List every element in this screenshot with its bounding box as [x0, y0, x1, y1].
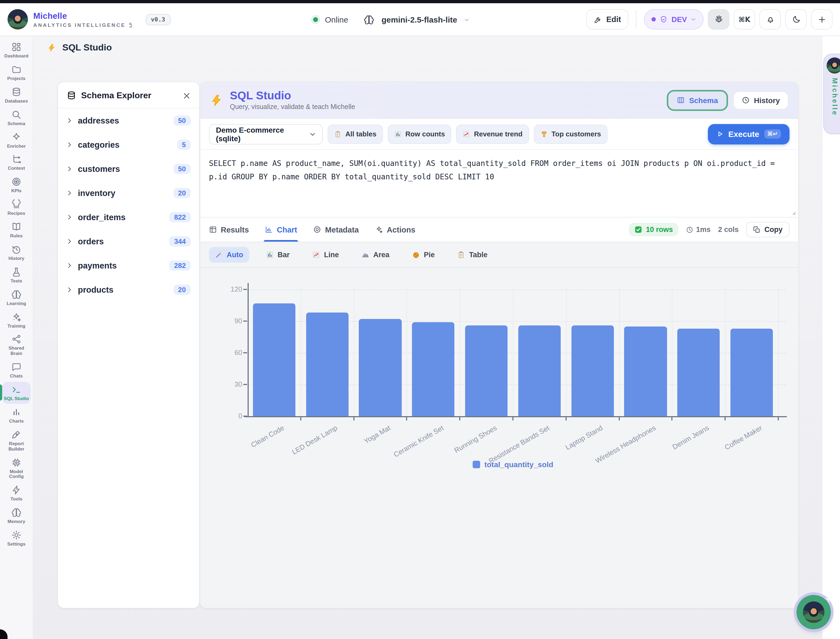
tab-chart[interactable]: Chart: [265, 218, 297, 242]
assistant-fab[interactable]: [797, 595, 831, 629]
sidebar-item-dashboard[interactable]: Dashboard: [2, 39, 30, 61]
history-button[interactable]: History: [733, 91, 788, 109]
quick-query-all-tables[interactable]: All tables: [328, 124, 383, 144]
schema-toggle-button[interactable]: Schema: [668, 91, 726, 109]
x-axis-tick: [566, 417, 566, 420]
sidebar-item-label: Settings: [7, 542, 25, 547]
chart-type-pie[interactable]: Pie: [406, 247, 441, 262]
command-palette-button[interactable]: ⌘K: [733, 9, 755, 30]
x-axis-tick: [406, 417, 407, 420]
avatar: [827, 57, 840, 73]
sidebar-item-learning[interactable]: Learning: [2, 286, 30, 308]
table-row-products[interactable]: products20: [58, 278, 199, 302]
chart-icon: [265, 226, 273, 234]
chart-type-table[interactable]: Table: [452, 247, 493, 262]
quick-query-revenue-trend[interactable]: Revenue trend: [456, 124, 529, 144]
table-row-customers[interactable]: customers50: [58, 157, 199, 181]
tab-label: Actions: [387, 225, 415, 234]
chart-type-bar[interactable]: Bar: [260, 247, 296, 262]
x-axis-tick: [512, 417, 514, 420]
query-time: 1ms: [686, 226, 711, 234]
chart-type-label: Auto: [227, 251, 243, 259]
sidebar-item-kpis[interactable]: KPIs: [2, 174, 30, 196]
debug-button[interactable]: [708, 9, 729, 30]
trend-icon: [312, 251, 320, 259]
sidebar-item-memory[interactable]: Memory: [2, 505, 30, 527]
sparkle-icon: [11, 132, 21, 142]
chart-legend[interactable]: total_quantity_sold: [248, 460, 778, 469]
app-title: Michelle: [33, 11, 134, 21]
sidebar-item-model-config[interactable]: Model Config: [2, 455, 30, 482]
close-icon[interactable]: [183, 92, 191, 100]
moon-icon: [791, 15, 800, 24]
quick-query-label: Revenue trend: [474, 130, 523, 138]
table-row-payments[interactable]: payments282: [58, 253, 199, 278]
chart-type-switcher: AutoBarLineAreaPieTable: [200, 242, 798, 268]
x-axis-tick: [671, 417, 673, 420]
x-axis-label: Ceramic Knife Set: [392, 424, 445, 459]
tab-actions[interactable]: Actions: [375, 218, 415, 242]
quick-query-label: All tables: [345, 130, 377, 138]
query-toolbar: Demo E-commerce (sqlite) All tablesRow c…: [200, 119, 798, 150]
sidebar-item-projects[interactable]: Projects: [2, 62, 30, 84]
trophy-icon: [540, 130, 548, 138]
table-row-inventory[interactable]: inventory20: [58, 181, 199, 205]
chart-type-auto[interactable]: Auto: [209, 247, 249, 262]
database-select[interactable]: Demo E-commerce (sqlite): [209, 124, 323, 144]
sidebar-item-recipes[interactable]: Recipes: [2, 197, 30, 219]
bar-coffee-maker: [730, 329, 773, 416]
resize-handle[interactable]: [789, 209, 796, 215]
sidebar-item-databases[interactable]: Databases: [2, 84, 30, 106]
sidebar-item-tests[interactable]: Tests: [2, 264, 30, 286]
brand[interactable]: Michelle ANALYTICS INTELLIGENCE v0.3: [8, 9, 170, 30]
chart-type-line[interactable]: Line: [306, 247, 345, 262]
sidebar-item-chats[interactable]: Chats: [2, 359, 30, 381]
sidebar-item-label: Memory: [8, 519, 25, 525]
sql-editor[interactable]: SELECT p.name AS product_name, SUM(oi.qu…: [209, 157, 789, 184]
chart-type-area[interactable]: Area: [356, 247, 395, 262]
chart-type-label: Area: [373, 251, 390, 259]
x-axis-tick: [353, 417, 354, 420]
sidebar-item-training[interactable]: Training: [2, 309, 30, 331]
sidebar-item-settings[interactable]: Settings: [2, 527, 30, 549]
env-badge[interactable]: DEV: [644, 9, 703, 30]
tab-metadata[interactable]: Metadata: [313, 218, 359, 242]
sidebar-item-charts[interactable]: Charts: [2, 404, 30, 426]
table-row-orders[interactable]: orders344: [58, 229, 199, 253]
dark-mode-button[interactable]: [785, 9, 807, 30]
table-row-categories[interactable]: categories5: [58, 133, 199, 157]
columns-icon: [677, 96, 685, 104]
tab-results[interactable]: Results: [209, 218, 249, 242]
schema-explorer-title: Schema Explorer: [81, 91, 151, 100]
sidebar-item-label: Rules: [10, 234, 23, 239]
sidebar-item-schema[interactable]: Schema: [2, 106, 30, 129]
chevron-right-icon: [67, 262, 73, 269]
chevron-down-icon[interactable]: [464, 17, 469, 22]
copy-button[interactable]: Copy: [746, 222, 790, 237]
sidebar: DashboardProjectsDatabasesSchemaEnricher…: [0, 36, 33, 639]
add-button[interactable]: [811, 9, 832, 30]
avatar: [8, 9, 28, 30]
table-name: payments: [78, 261, 117, 270]
edit-button[interactable]: Edit: [587, 9, 628, 30]
table-row-order-items[interactable]: order_items822: [58, 205, 199, 229]
chevron-right-icon: [67, 142, 73, 148]
sidebar-item-context[interactable]: Context: [2, 152, 30, 174]
table-row-addresses[interactable]: addresses50: [58, 108, 199, 133]
sidebar-item-rules[interactable]: Rules: [2, 219, 30, 241]
sidebar-item-enricher[interactable]: Enricher: [2, 129, 30, 151]
execute-button[interactable]: Execute ⌘↵: [708, 124, 789, 144]
chef-hat-icon: [11, 199, 21, 210]
sidebar-item-sql-studio[interactable]: SQL Studio: [2, 382, 30, 404]
sidebar-item-shared-brain[interactable]: Shared Brain: [2, 332, 30, 359]
assistant-tab[interactable]: Michelle: [823, 54, 840, 134]
chart-type-label: Table: [469, 251, 488, 259]
sidebar-item-tools[interactable]: Tools: [2, 482, 30, 504]
sidebar-item-report-builder[interactable]: Report Builder: [2, 427, 30, 454]
model-selector[interactable]: gemini-2.5-flash-lite: [382, 15, 457, 24]
notifications-button[interactable]: [759, 9, 781, 30]
quick-query-row-counts[interactable]: Row counts: [388, 124, 452, 144]
quick-query-top-customers[interactable]: Top customers: [534, 124, 608, 144]
bar-running-shoes: [465, 326, 508, 416]
sidebar-item-history[interactable]: History: [2, 242, 30, 264]
